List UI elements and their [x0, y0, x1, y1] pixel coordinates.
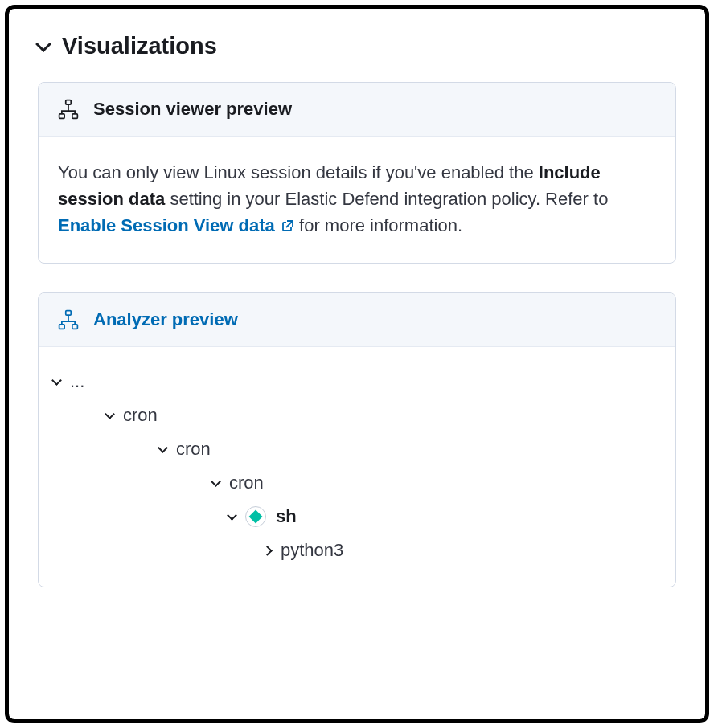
chevron-down-icon [158, 443, 168, 453]
tree-node[interactable]: python3 [53, 534, 661, 567]
svg-rect-0 [66, 100, 72, 104]
analyzer-preview-header[interactable]: Analyzer preview [39, 293, 675, 347]
session-viewer-body: You can only view Linux session details … [39, 137, 675, 263]
body-text-mid: setting in your Elastic Defend integrati… [165, 189, 608, 209]
enable-session-view-link[interactable]: Enable Session View data [58, 215, 294, 235]
analyzer-preview-panel: Analyzer preview ...croncroncronshpython… [38, 292, 676, 587]
process-badge-icon [245, 506, 266, 527]
tree-node[interactable]: cron [53, 432, 661, 466]
link-text: Enable Session View data [58, 215, 275, 235]
body-text-prefix: You can only view Linux session details … [58, 162, 539, 182]
process-tree: ...croncroncronshpython3 [39, 347, 675, 587]
section-header[interactable]: Visualizations [38, 33, 676, 59]
tree-node-label: cron [176, 439, 211, 460]
external-link-icon [281, 219, 294, 232]
session-viewer-header[interactable]: Session viewer preview [39, 83, 675, 137]
tree-node-label: python3 [281, 540, 343, 561]
tree-node-label: cron [123, 405, 158, 426]
tree-node-label: sh [276, 506, 297, 527]
session-viewer-title: Session viewer preview [93, 99, 292, 120]
session-viewer-panel: Session viewer preview You can only view… [38, 82, 676, 264]
chevron-down-icon [227, 510, 237, 521]
tree-node[interactable]: cron [53, 399, 661, 432]
svg-rect-5 [72, 325, 78, 329]
svg-rect-3 [66, 311, 72, 315]
session-tree-icon [58, 99, 79, 120]
tree-node-label: ... [70, 371, 84, 392]
tree-node[interactable]: sh [53, 500, 661, 534]
analyzer-preview-title: Analyzer preview [93, 309, 238, 330]
chevron-right-icon [262, 546, 273, 556]
chevron-down-icon [211, 476, 221, 487]
svg-rect-1 [60, 114, 65, 118]
tree-node-label: cron [229, 472, 264, 493]
tree-node[interactable]: ... [53, 365, 661, 399]
section-title: Visualizations [62, 33, 217, 59]
analyzer-tree-icon [58, 309, 79, 330]
chevron-down-icon [51, 375, 62, 386]
svg-rect-4 [60, 325, 65, 329]
body-text-suffix: for more information. [294, 215, 462, 235]
tree-node[interactable]: cron [53, 466, 661, 500]
svg-rect-2 [72, 114, 78, 118]
chevron-down-icon [35, 36, 51, 52]
chevron-down-icon [105, 409, 115, 419]
